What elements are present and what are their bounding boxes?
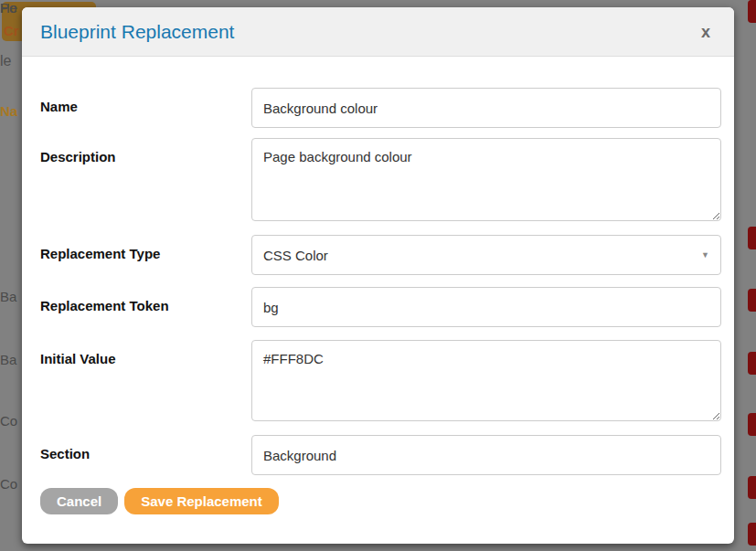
background-column-header-hint: Na bbox=[0, 103, 17, 119]
replacement-token-field-row: Replacement Token bbox=[40, 287, 721, 327]
section-label: Section bbox=[40, 435, 251, 461]
initial-value-label: Initial Value bbox=[40, 340, 251, 366]
close-icon[interactable]: x bbox=[701, 24, 710, 40]
cancel-button[interactable]: Cancel bbox=[40, 488, 118, 514]
name-input[interactable] bbox=[251, 88, 721, 128]
name-label: Name bbox=[40, 88, 251, 114]
blueprint-replacement-modal: Blueprint Replacement x Name Description… bbox=[22, 7, 734, 544]
replacement-type-selected-value: CSS Color bbox=[263, 248, 328, 263]
replacement-token-label: Replacement Token bbox=[40, 287, 251, 313]
description-field-row: Description Page background colour bbox=[40, 138, 721, 221]
initial-value-textarea[interactable]: #FFF8DC bbox=[251, 340, 721, 421]
initial-value-field-row: Initial Value #FFF8DC bbox=[40, 340, 721, 421]
description-textarea[interactable]: Page background colour bbox=[251, 138, 721, 221]
section-input[interactable] bbox=[251, 435, 721, 475]
replacement-type-select[interactable]: CSS Color bbox=[251, 235, 721, 275]
save-replacement-button[interactable]: Save Replacement bbox=[124, 488, 279, 514]
modal-header: Blueprint Replacement x bbox=[22, 7, 734, 57]
name-field-row: Name bbox=[40, 88, 721, 128]
background-delete-button-hint bbox=[748, 476, 756, 499]
background-delete-button-hint bbox=[748, 0, 756, 23]
background-table-row-hint: Ba bbox=[0, 289, 22, 304]
background-heading-hint: le bbox=[0, 53, 11, 69]
modal-title: Blueprint Replacement bbox=[40, 21, 234, 43]
background-delete-button-hint bbox=[748, 413, 756, 436]
dropdown-arrow-icon bbox=[701, 250, 709, 260]
background-table-row-hint: Co bbox=[0, 413, 22, 429]
background-delete-button-hint bbox=[748, 289, 756, 312]
description-label: Description bbox=[40, 138, 251, 164]
replacement-type-label: Replacement Type bbox=[40, 235, 251, 261]
replacement-token-input[interactable] bbox=[251, 287, 721, 327]
background-table-row-hint: Co bbox=[0, 476, 22, 492]
section-field-row: Section bbox=[40, 435, 721, 475]
modal-footer-buttons: Cancel Save Replacement bbox=[40, 488, 721, 514]
modal-body: Name Description Page background colour … bbox=[22, 88, 734, 514]
background-delete-button-hint bbox=[748, 523, 756, 546]
replacement-type-field-row: Replacement Type CSS Color bbox=[40, 235, 721, 275]
background-table-row-hint: Po bbox=[0, 0, 22, 16]
background-table-row-hint: Ba bbox=[0, 352, 22, 367]
background-delete-button-hint bbox=[748, 227, 756, 249]
background-delete-button-hint bbox=[748, 352, 756, 375]
